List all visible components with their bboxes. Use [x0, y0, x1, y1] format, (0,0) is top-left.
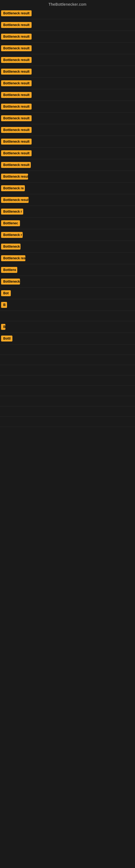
bottleneck-item: Bottleneck res: [0, 252, 135, 264]
bottleneck-item: Bottleneck result: [0, 148, 135, 159]
bottleneck-item: Bottl: [0, 333, 135, 344]
bottleneck-item: Bottlenec: [0, 218, 135, 229]
bottleneck-item: Bottleneck result: [0, 113, 135, 124]
bottleneck-badge[interactable]: Bottleneck result: [1, 115, 32, 121]
bottleneck-item: Bottleneck result: [0, 136, 135, 148]
bottleneck-badge[interactable]: Bottlenec: [1, 220, 20, 226]
bottleneck-badge[interactable]: Bottleneck result: [1, 57, 32, 63]
bottleneck-badge[interactable]: Bottleneck: [1, 279, 20, 284]
bottleneck-badge[interactable]: Bottleneck re: [1, 185, 25, 191]
bottleneck-item: Bottleneck: [0, 276, 135, 287]
bottleneck-item: [0, 355, 135, 365]
bottleneck-badge[interactable]: Bottlens: [1, 267, 17, 273]
bottleneck-item: Bottleneck result: [0, 54, 135, 66]
bottleneck-item: Bottleneck result: [0, 42, 135, 54]
bottleneck-badge[interactable]: Bottleneck result: [1, 174, 28, 180]
bottleneck-badge[interactable]: Bottleneck r: [1, 209, 23, 215]
bottleneck-badge[interactable]: Bottleneck result: [1, 138, 32, 145]
bottleneck-badge[interactable]: Bottleneck result: [1, 69, 32, 74]
bottleneck-badge[interactable]: Bottleneck result: [1, 162, 31, 168]
bottleneck-badge[interactable]: B: [1, 302, 7, 308]
bottleneck-badge[interactable]: Bottleneck result: [1, 34, 32, 40]
bottleneck-badge[interactable]: Bottleneck res: [1, 255, 26, 261]
bottleneck-item: Bottleneck result: [0, 19, 135, 31]
bottleneck-item: Bottleneck result: [0, 66, 135, 78]
bottleneck-item: Bottleneck: [0, 241, 135, 252]
bottleneck-item: Bottlens: [0, 264, 135, 276]
bottleneck-item: Bottleneck result: [0, 89, 135, 101]
bottleneck-item: Bot: [0, 287, 135, 299]
bottleneck-item: [0, 344, 135, 355]
bottleneck-item: B: [0, 321, 135, 333]
bottleneck-badge[interactable]: Bottl: [1, 336, 12, 341]
bottleneck-item: [0, 416, 135, 427]
bottleneck-item: Bottleneck result: [0, 159, 135, 171]
bottleneck-item: Bottleneck re: [0, 183, 135, 194]
bottleneck-item: Bottleneck result: [0, 8, 135, 19]
bottleneck-badge[interactable]: Bottleneck result: [1, 197, 29, 203]
bottleneck-badge[interactable]: Bottleneck result: [1, 10, 32, 16]
bottleneck-badge[interactable]: Bottleneck result: [1, 150, 32, 156]
bottleneck-badge[interactable]: Bottleneck r: [1, 232, 23, 238]
bottleneck-item: [0, 396, 135, 406]
bottleneck-item: [0, 365, 135, 375]
bottleneck-item: [0, 406, 135, 416]
bottleneck-badge[interactable]: Bottleneck result: [1, 80, 32, 86]
bottleneck-badge[interactable]: Bottleneck result: [1, 127, 32, 133]
bottleneck-item: [0, 386, 135, 396]
bottleneck-badge[interactable]: Bottleneck result: [1, 92, 32, 98]
site-title: TheBottlenecker.com: [0, 0, 135, 8]
bottleneck-item: Bottleneck result: [0, 194, 135, 206]
bottleneck-badge[interactable]: Bot: [1, 290, 11, 296]
bottleneck-item: Bottleneck result: [0, 101, 135, 113]
bottleneck-item: Bottleneck result: [0, 124, 135, 136]
bottleneck-item: B: [0, 299, 135, 311]
bottleneck-badge[interactable]: B: [1, 324, 5, 330]
bottleneck-badge[interactable]: Bottleneck result: [1, 45, 32, 51]
bottleneck-item: [0, 375, 135, 386]
bottleneck-item: Bottleneck result: [0, 31, 135, 42]
bottleneck-badge[interactable]: Bottleneck result: [1, 104, 32, 110]
bottleneck-badge[interactable]: Bottleneck: [1, 244, 20, 250]
bottleneck-item: Bottleneck result: [0, 171, 135, 183]
bottleneck-item: Bottleneck result: [0, 78, 135, 89]
bottleneck-item: [0, 311, 135, 321]
bottleneck-badge[interactable]: Bottleneck result: [1, 22, 32, 28]
bottleneck-item: Bottleneck r: [0, 229, 135, 241]
bottleneck-item: Bottleneck r: [0, 206, 135, 218]
